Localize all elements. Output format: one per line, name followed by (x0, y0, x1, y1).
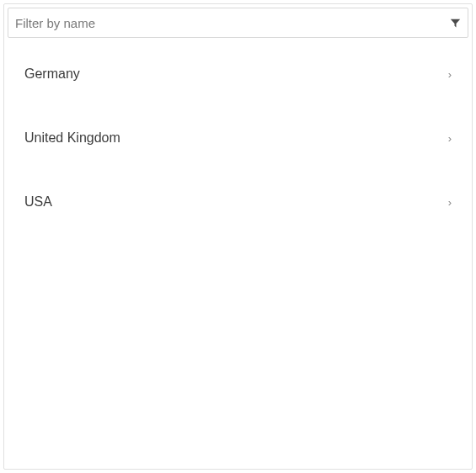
list-item-germany[interactable]: Germany › (4, 58, 472, 90)
list-item-usa[interactable]: USA › (4, 186, 472, 218)
list-item-label: Germany (24, 66, 80, 82)
country-list: Germany › United Kingdom › USA › (4, 41, 472, 469)
list-item-label: United Kingdom (24, 130, 120, 146)
panel: Germany › United Kingdom › USA › (3, 3, 473, 470)
filter-bar (8, 8, 468, 38)
filter-input[interactable] (15, 8, 449, 37)
filter-icon[interactable] (449, 17, 461, 29)
list-item-united-kingdom[interactable]: United Kingdom › (4, 122, 472, 154)
chevron-right-icon: › (448, 69, 452, 80)
chevron-right-icon: › (448, 197, 452, 208)
list-item-label: USA (24, 194, 52, 210)
chevron-right-icon: › (448, 133, 452, 144)
